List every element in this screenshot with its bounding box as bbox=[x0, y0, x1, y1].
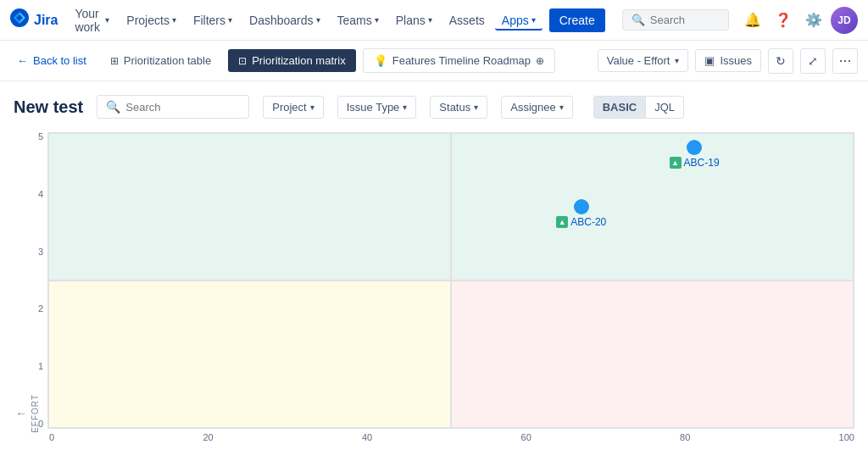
chevron-down-icon: ▾ bbox=[559, 103, 564, 112]
x-label-80: 80 bbox=[680, 432, 690, 442]
nav-dashboards[interactable]: Dashboards ▾ bbox=[242, 10, 327, 31]
nav-plans[interactable]: Plans ▾ bbox=[389, 10, 439, 31]
fullscreen-button[interactable]: ⤢ bbox=[800, 48, 826, 74]
tab-prioritization-matrix[interactable]: ⊡ Prioritization matrix bbox=[228, 49, 356, 72]
basic-view-button[interactable]: BASIC bbox=[593, 96, 646, 119]
settings-button[interactable]: ⚙️ bbox=[800, 7, 827, 34]
features-timeline-tab[interactable]: 💡 Features Timeline Roadmap ⊕ bbox=[363, 48, 555, 73]
nav-assets[interactable]: Assets bbox=[442, 10, 492, 31]
tab-prioritization-table[interactable]: ⊞ Prioritization table bbox=[100, 49, 221, 72]
issues-icon: ▣ bbox=[704, 54, 715, 67]
top-nav: Jira Your work ▾ Projects ▾ Filters ▾ Da… bbox=[0, 0, 868, 41]
content-header: New test 🔍 Project ▾ Issue Type ▾ Status… bbox=[14, 95, 854, 119]
y-axis-title: ↑ EFFORT bbox=[14, 394, 40, 433]
sub-nav-right: Value - Effort ▾ ▣ Issues ↻ ⤢ ··· bbox=[598, 48, 858, 74]
y-label-1: 1 bbox=[18, 362, 43, 371]
svg-point-0 bbox=[10, 8, 29, 27]
chevron-down-icon: ▾ bbox=[474, 103, 478, 112]
project-filter-button[interactable]: Project ▾ bbox=[263, 96, 323, 119]
view-toggle: BASIC JQL bbox=[593, 96, 684, 119]
logo-text: Jira bbox=[34, 13, 58, 28]
more-button[interactable]: ··· bbox=[832, 48, 858, 74]
chevron-down-icon: ▾ bbox=[375, 15, 379, 25]
table-icon: ⊞ bbox=[110, 55, 119, 67]
quadrant-top-left bbox=[48, 133, 451, 281]
jira-icon bbox=[10, 8, 29, 32]
chart-wrapper: ▲ ABC-19 ▲ ABC-20 bbox=[47, 132, 854, 429]
chevron-down-icon: ▾ bbox=[403, 103, 407, 112]
x-axis-labels: 0 20 40 60 80 100 bbox=[47, 429, 854, 446]
chevron-down-icon: ▾ bbox=[428, 15, 432, 25]
sub-nav: ← Back to list ⊞ Prioritization table ⊡ … bbox=[0, 41, 868, 81]
x-label-20: 20 bbox=[203, 432, 213, 442]
quadrant-bottom-left bbox=[48, 281, 451, 428]
search-input[interactable] bbox=[650, 14, 720, 26]
refresh-button[interactable]: ↻ bbox=[768, 48, 793, 74]
chevron-down-icon: ▾ bbox=[310, 103, 314, 112]
nav-teams[interactable]: Teams ▾ bbox=[331, 10, 386, 31]
chevron-down-icon: ▾ bbox=[172, 15, 176, 25]
issues-button[interactable]: ▣ Issues bbox=[695, 49, 761, 72]
back-arrow-icon: ← bbox=[17, 54, 28, 67]
chevron-down-icon: ▾ bbox=[105, 15, 109, 25]
nav-filters[interactable]: Filters ▾ bbox=[186, 10, 239, 31]
x-label-60: 60 bbox=[521, 432, 531, 442]
jql-view-button[interactable]: JQL bbox=[646, 96, 684, 119]
value-effort-button[interactable]: Value - Effort ▾ bbox=[598, 49, 689, 72]
help-button[interactable]: ❓ bbox=[770, 7, 797, 34]
chevron-down-icon: ▾ bbox=[675, 56, 679, 65]
filter-search-box[interactable]: 🔍 bbox=[97, 95, 249, 119]
quadrant-top-right bbox=[451, 133, 854, 281]
page-title: New test bbox=[14, 97, 83, 117]
content-area: New test 🔍 Project ▾ Issue Type ▾ Status… bbox=[0, 81, 868, 450]
matrix-chart: 0 1 2 3 4 5 ↑ EFFORT bbox=[14, 132, 854, 450]
y-label-4: 4 bbox=[18, 190, 43, 199]
chevron-down-icon: ▾ bbox=[316, 15, 320, 25]
y-axis-labels: 0 1 2 3 4 5 bbox=[18, 132, 43, 429]
status-filter-button[interactable]: Status ▾ bbox=[430, 96, 487, 119]
y-label-3: 3 bbox=[18, 247, 43, 257]
notifications-button[interactable]: 🔔 bbox=[739, 7, 766, 34]
quadrant-bottom-right bbox=[451, 281, 854, 428]
y-label-5: 5 bbox=[18, 132, 43, 142]
filter-search-input[interactable] bbox=[125, 101, 240, 114]
x-label-40: 40 bbox=[362, 432, 372, 442]
x-label-0: 0 bbox=[49, 432, 54, 442]
logo[interactable]: Jira bbox=[10, 8, 58, 32]
search-icon: 🔍 bbox=[632, 14, 645, 26]
create-button[interactable]: Create bbox=[549, 8, 605, 32]
nav-your-work[interactable]: Your work ▾ bbox=[68, 3, 116, 37]
chevron-down-icon: ▾ bbox=[531, 15, 536, 25]
back-to-list-button[interactable]: ← Back to list bbox=[10, 51, 93, 70]
matrix-icon: ⊡ bbox=[238, 55, 247, 67]
nav-projects[interactable]: Projects ▾ bbox=[120, 10, 183, 31]
chart-body: ▲ ABC-19 ▲ ABC-20 0 bbox=[47, 132, 854, 450]
chevron-down-icon: ▾ bbox=[228, 15, 232, 25]
chart-grid bbox=[47, 132, 854, 429]
issue-type-filter-button[interactable]: Issue Type ▾ bbox=[337, 96, 417, 119]
nav-search[interactable]: 🔍 bbox=[622, 9, 729, 31]
expand-icon: ⊕ bbox=[536, 55, 544, 67]
nav-apps[interactable]: Apps ▾ bbox=[495, 10, 542, 31]
avatar[interactable]: JD bbox=[831, 7, 858, 34]
nav-icons: 🔔 ❓ ⚙️ JD bbox=[739, 7, 858, 34]
x-label-100: 100 bbox=[839, 432, 854, 442]
bulb-icon: 💡 bbox=[374, 54, 387, 67]
y-axis: 0 1 2 3 4 5 ↑ EFFORT bbox=[14, 132, 47, 450]
assignee-filter-button[interactable]: Assignee ▾ bbox=[501, 96, 572, 119]
y-label-2: 2 bbox=[18, 304, 43, 314]
search-icon: 🔍 bbox=[106, 100, 120, 114]
